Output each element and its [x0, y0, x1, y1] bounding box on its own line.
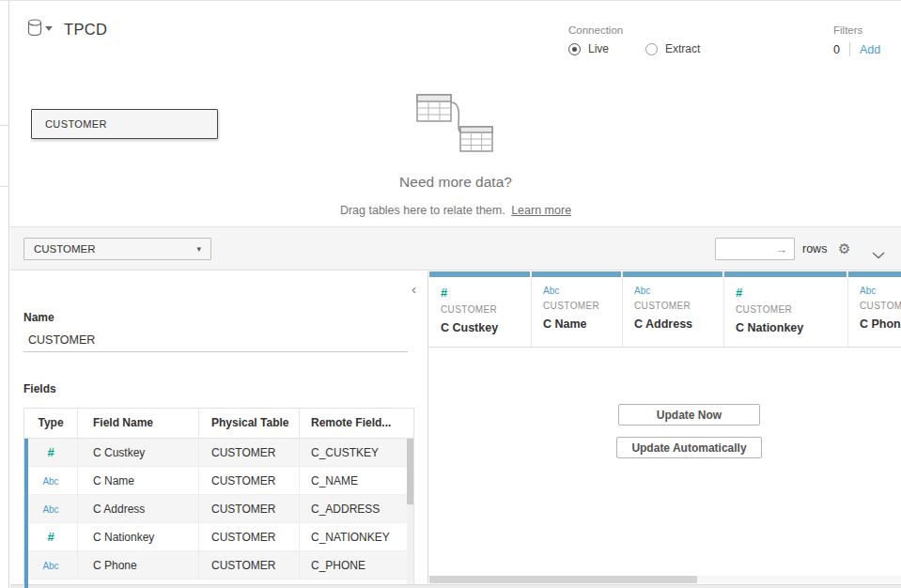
- data-grid: #CUSTOMERC CustkeyAbcCUSTOMERC NameAbcCU…: [429, 271, 901, 583]
- learn-more-link[interactable]: Learn more: [511, 204, 571, 217]
- field-name-cell: C Address: [78, 495, 199, 522]
- grid-column-table-label: CUSTOMER: [736, 304, 847, 315]
- grid-toolbar: CUSTOMER ▾ → rows ⚙: [10, 226, 901, 271]
- collapse-grid-chevron-icon[interactable]: [872, 246, 885, 263]
- empty-state-subtext: Drag tables here to relate them. Learn m…: [10, 204, 901, 217]
- string-type-icon[interactable]: Abc: [42, 504, 58, 515]
- fields-column-header: Field Name: [78, 409, 199, 438]
- field-type-cell: Abc: [24, 495, 78, 522]
- rail-divider: [0, 125, 9, 126]
- grid-column-field-label: C Name: [543, 317, 622, 331]
- remote-field-cell: C_ADDRESS: [300, 495, 408, 522]
- column-accent-strip: [848, 271, 901, 277]
- column-accent-strip: [429, 271, 530, 277]
- string-type-icon[interactable]: Abc: [42, 476, 58, 487]
- filters-count: 0: [833, 43, 840, 56]
- connection-options: Live Extract: [568, 42, 700, 55]
- fields-table-row[interactable]: #C CustkeyCUSTOMERC_CUSTKEY: [24, 439, 413, 467]
- logical-table-pill-label: CUSTOMER: [45, 118, 107, 130]
- main-area: ‹ Name CUSTOMER Fields TypeField NamePhy…: [10, 271, 901, 583]
- left-rail: [0, 1, 9, 588]
- number-type-icon: #: [736, 286, 847, 300]
- grid-column-header[interactable]: AbcCUSTOMERC Name: [532, 271, 623, 347]
- string-type-icon[interactable]: Abc: [42, 561, 58, 571]
- fields-column-header: Physical Table: [199, 409, 300, 438]
- fields-table-row[interactable]: AbcC NameCUSTOMERC_NAME: [24, 467, 413, 495]
- grid-horizontal-scrollbar[interactable]: [429, 576, 901, 583]
- fields-table-scrollbar[interactable]: [407, 439, 413, 588]
- go-arrow-icon[interactable]: →: [775, 240, 787, 260]
- fields-table-header: TypeField NamePhysical TableRemote Field…: [24, 409, 413, 439]
- fields-table-scrollbar-thumb[interactable]: [407, 439, 413, 504]
- grid-column-field-label: C Nationkey: [736, 321, 847, 334]
- column-accent-strip: [532, 271, 621, 277]
- physical-table-cell: CUSTOMER: [199, 523, 300, 550]
- column-accent-strip: [724, 271, 847, 277]
- grid-column-table-label: CUSTOMER: [860, 301, 901, 311]
- grid-column-header[interactable]: AbcCUSTOMERC Phone: [848, 271, 901, 347]
- column-accent-strip: [623, 271, 722, 277]
- filters-add-link[interactable]: Add: [860, 43, 880, 56]
- physical-table-cell: CUSTOMER: [199, 495, 300, 522]
- grid-column-table-label: CUSTOMER: [634, 301, 723, 311]
- filters-section: Filters 0 Add: [833, 24, 880, 56]
- connection-section: Connection Live Extract: [568, 24, 700, 55]
- fields-column-header: Remote Field...: [300, 409, 408, 438]
- table-details-panel: ‹ Name CUSTOMER Fields TypeField NamePhy…: [10, 271, 428, 583]
- string-type-icon: Abc: [860, 286, 901, 296]
- database-icon[interactable]: [26, 18, 54, 40]
- string-type-icon: Abc: [634, 286, 723, 296]
- data-grid-body: Update Now Update Automatically: [429, 348, 901, 570]
- radio-extract-button-icon[interactable]: [645, 43, 658, 55]
- update-automatically-button[interactable]: Update Automatically: [616, 437, 762, 458]
- physical-table-cell: CUSTOMER: [199, 551, 300, 579]
- table-select-dropdown[interactable]: CUSTOMER ▾: [23, 238, 211, 260]
- table-name-input[interactable]: CUSTOMER: [23, 328, 408, 352]
- remote-field-cell: C_NAME: [300, 467, 408, 494]
- table-select-value: CUSTOMER: [34, 243, 96, 255]
- grid-column-header[interactable]: #CUSTOMERC Nationkey: [724, 271, 848, 347]
- dropdown-caret-icon: ▾: [196, 239, 201, 259]
- relate-tables-illustration-icon: [413, 87, 500, 161]
- number-type-icon[interactable]: #: [47, 530, 54, 544]
- radio-extract[interactable]: Extract: [645, 42, 700, 55]
- grid-column-header[interactable]: #CUSTOMERC Custkey: [429, 271, 532, 347]
- physical-table-cell: CUSTOMER: [199, 439, 300, 466]
- fields-table-row[interactable]: AbcC AddressCUSTOMERC_ADDRESS: [24, 495, 413, 523]
- grid-column-table-label: CUSTOMER: [441, 304, 531, 315]
- number-type-icon[interactable]: #: [47, 445, 54, 459]
- empty-state-title: Need more data?: [10, 174, 901, 191]
- row-count-input[interactable]: →: [715, 238, 795, 260]
- fields-table-row[interactable]: AbcC PhoneCUSTOMERC_PHONE: [24, 551, 413, 580]
- database-dropdown-caret-icon: [45, 26, 53, 31]
- collapse-panel-icon[interactable]: ‹: [412, 283, 416, 296]
- fields-table-row[interactable]: #C NationkeyCUSTOMERC_NATIONKEY: [24, 523, 413, 551]
- logical-table-pill[interactable]: CUSTOMER: [31, 109, 218, 139]
- grid-column-header[interactable]: AbcCUSTOMERC Address: [623, 271, 724, 347]
- rail-divider: [0, 186, 9, 187]
- drag-tables-hint: Drag tables here to relate them.: [340, 204, 505, 217]
- number-type-icon: #: [441, 286, 531, 300]
- radio-live-button-icon[interactable]: [568, 43, 581, 55]
- update-now-button[interactable]: Update Now: [618, 404, 760, 426]
- field-type-cell: Abc: [24, 551, 78, 579]
- settings-gear-icon[interactable]: ⚙: [838, 240, 850, 258]
- fields-table-selection-accent: [24, 439, 28, 588]
- fields-column-header: Type: [24, 409, 78, 438]
- field-type-cell: Abc: [24, 467, 78, 494]
- bottom-status-strip: [10, 584, 901, 588]
- string-type-icon: Abc: [543, 286, 622, 296]
- field-name-cell: C Custkey: [78, 439, 199, 466]
- radio-live[interactable]: Live: [568, 42, 609, 55]
- remote-field-cell: C_NATIONKEY: [300, 523, 408, 550]
- relationship-canvas: TPCD Connection Live Extract Filters 0 A…: [10, 1, 901, 226]
- tableau-datasource-page: TPCD Connection Live Extract Filters 0 A…: [0, 0, 901, 588]
- grid-horizontal-scrollbar-thumb[interactable]: [429, 576, 697, 583]
- connection-label: Connection: [568, 24, 700, 36]
- radio-live-label: Live: [588, 42, 609, 55]
- remote-field-cell: C_PHONE: [300, 551, 408, 579]
- datasource-title: TPCD: [64, 21, 107, 39]
- database-cylinder-icon: [26, 18, 45, 39]
- fields-table: TypeField NamePhysical TableRemote Field…: [23, 408, 414, 588]
- physical-table-cell: CUSTOMER: [199, 467, 300, 494]
